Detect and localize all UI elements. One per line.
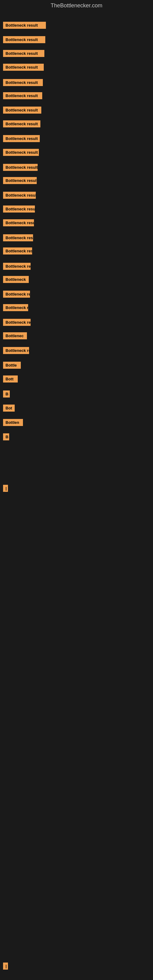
bottleneck-bar: Bottleneck result xyxy=(3,36,45,43)
bottleneck-bar: Bott xyxy=(3,375,18,382)
bottleneck-bar: Bottleneck result xyxy=(3,135,40,142)
bottleneck-bar: Bottleneck result xyxy=(3,247,32,255)
bottleneck-bar: Bottleneck r xyxy=(3,304,28,311)
bottleneck-bar: Bottleneck result xyxy=(3,164,38,171)
bottleneck-bar: Bottleneck res xyxy=(3,291,30,298)
bottleneck-bar: Bottleneck result xyxy=(3,177,37,184)
bottleneck-bar: Bottlen xyxy=(3,419,23,426)
bottleneck-bar: | xyxy=(3,963,8,970)
bottleneck-bar: Bottleneck result xyxy=(3,64,44,71)
bottleneck-bar: Bottleneck result xyxy=(3,120,40,127)
bottleneck-bar: Bottleneck re xyxy=(3,347,29,354)
bottleneck-bar: B xyxy=(3,433,9,441)
bottleneck-bar: Bottleneck result xyxy=(3,107,41,114)
bottleneck-bar: Bottleneck result xyxy=(3,219,34,226)
bottleneck-bar: Bottleneck result xyxy=(3,50,45,57)
bottleneck-bar: Bottleneck re xyxy=(3,263,30,270)
bottleneck-bar: Bottleneck resu xyxy=(3,319,30,326)
bottleneck-bar: Bottleneck result xyxy=(3,192,36,199)
bottleneck-bar: | xyxy=(3,485,8,492)
site-title: TheBottlenecker.com xyxy=(0,0,153,11)
bottleneck-bar: Bottleneck result xyxy=(3,92,42,99)
bottleneck-bar: Bottleneck result xyxy=(3,205,35,213)
bottleneck-bar: Bottle xyxy=(3,362,21,369)
bottleneck-bar: Bottleneck xyxy=(3,276,29,283)
bottleneck-bar: B xyxy=(3,390,10,398)
bottleneck-bar: Bottleneck result xyxy=(3,149,39,156)
bottleneck-bar: Bottleneck result xyxy=(3,22,46,29)
bottleneck-bar: Bottlenec xyxy=(3,332,27,339)
bottleneck-bar: Bottleneck resu xyxy=(3,234,33,241)
bottleneck-bar: Bottleneck result xyxy=(3,79,43,86)
bottleneck-bar: Bot xyxy=(3,404,15,412)
